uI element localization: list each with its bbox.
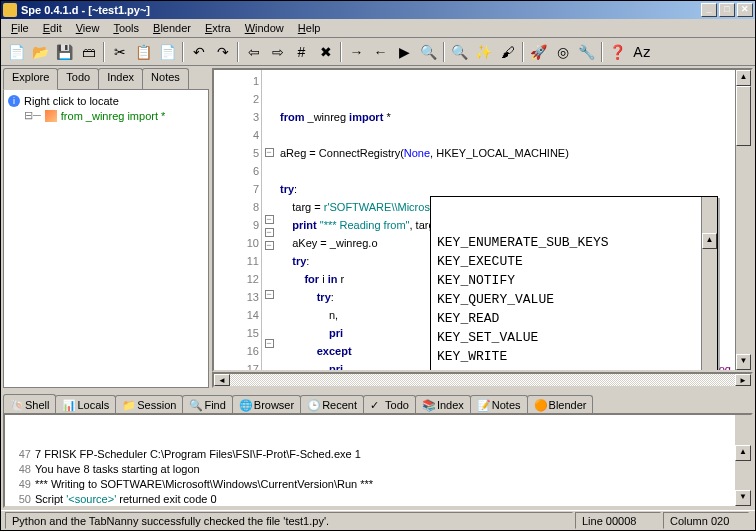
toolbar-run-button[interactable]: ▶ [393,41,416,63]
toolbar-save-button[interactable]: 💾 [53,41,76,63]
explore-panel[interactable]: i Right click to locate ⊟─ from _winreg … [3,89,209,388]
toolbar-brush-button[interactable]: 🖌 [496,41,519,63]
autocomplete-item[interactable]: KEY_ENUMERATE_SUB_KEYS [431,233,717,252]
autocomplete-scrollbar[interactable]: ▲ ▼ [701,197,717,370]
tree-child[interactable]: ⊟─ from _winreg import * [8,108,204,123]
editor-hscrollbar[interactable]: ◄ ► [212,372,753,388]
autocomplete-item[interactable]: KEY_EXECUTE [431,252,717,271]
menu-help[interactable]: Help [292,20,327,36]
status-message: Python and the TabNanny successfully che… [5,512,573,529]
scroll-down-icon[interactable]: ▼ [735,490,751,506]
line-gutter: 123456789101112131415161718 [214,70,262,370]
index-icon: 📚 [422,399,434,411]
menu-tools[interactable]: Tools [107,20,145,36]
toolbar-open-button[interactable]: 📂 [29,41,52,63]
bottom-tab-blender[interactable]: 🟠Blender [527,395,594,413]
maximize-button[interactable]: □ [719,3,735,17]
toolbar-undo-button[interactable]: ↶ [187,41,210,63]
autocomplete-item[interactable]: LoadKey [431,366,717,370]
bottom-tab-notes[interactable]: 📝Notes [470,395,528,413]
menu-extra[interactable]: Extra [199,20,237,36]
sidebar-tab-todo[interactable]: Todo [57,68,99,89]
menu-window[interactable]: Window [239,20,290,36]
toolbar-az-button[interactable]: Aᴢ [630,41,653,63]
toolbar-redo-button[interactable]: ↷ [211,41,234,63]
code-line[interactable]: aReg = ConnectRegistry(None, HKEY_LOCAL_… [280,144,751,162]
output-line: 477 FRISK FP-Scheduler C:\Program Files\… [9,447,747,462]
autocomplete-item[interactable]: KEY_WRITE [431,347,717,366]
scroll-right-icon[interactable]: ► [735,374,751,386]
output-line: 48You have 8 tasks starting at logon [9,462,747,477]
bottom-tabs: 🐚Shell📊Locals📁Session🔍Find🌐Browser🕒Recen… [3,390,753,413]
scroll-up-icon[interactable]: ▲ [702,233,717,249]
menu-blender[interactable]: Blender [147,20,197,36]
tree-child-label: from _winreg import * [61,110,166,122]
sidebar-tab-notes[interactable]: Notes [142,68,189,89]
sidebar-tab-explore[interactable]: Explore [3,68,58,90]
autocomplete-popup[interactable]: KEY_ENUMERATE_SUB_KEYSKEY_EXECUTEKEY_NOT… [430,196,718,370]
scroll-up-icon[interactable]: ▲ [735,445,751,461]
code-line[interactable] [280,162,751,180]
scroll-thumb[interactable] [736,86,751,146]
close-button[interactable]: ✕ [737,3,753,17]
recent-icon: 🕒 [307,399,319,411]
toolbar-rocket-button[interactable]: 🚀 [527,41,550,63]
scroll-down-icon[interactable]: ▼ [736,354,751,370]
minimize-button[interactable]: _ [701,3,717,17]
sidebar-tab-index[interactable]: Index [98,68,143,89]
bottom-tab-session[interactable]: 📁Session [115,395,183,413]
toolbar-back-button[interactable]: ⇦ [242,41,265,63]
bottom-tab-locals[interactable]: 📊Locals [55,395,116,413]
toolbar-copy-button[interactable]: 📋 [132,41,155,63]
autocomplete-item[interactable]: KEY_SET_VALUE [431,328,717,347]
toolbar-saveall-button[interactable]: 🗃 [77,41,100,63]
toolbar-hash-button[interactable]: # [290,41,313,63]
bottom-tab-shell[interactable]: 🐚Shell [3,394,56,413]
menu-file[interactable]: File [5,20,35,36]
bottom-tab-todo[interactable]: ✓Todo [363,395,416,413]
menu-edit[interactable]: Edit [37,20,68,36]
toolbar-paste-button[interactable]: 📄 [156,41,179,63]
autocomplete-item[interactable]: KEY_QUERY_VALUE [431,290,717,309]
toolbar-search-button[interactable]: 🔍 [448,41,471,63]
toolbar-target-button[interactable]: ◎ [551,41,574,63]
tree-root-label: Right click to locate [24,95,119,107]
bottom-tab-index[interactable]: 📚Index [415,395,471,413]
bottom-tab-recent[interactable]: 🕒Recent [300,395,364,413]
browser-icon: 🌐 [239,399,251,411]
scroll-up-icon[interactable]: ▲ [736,70,751,86]
code-line[interactable]: from _winreg import * [280,108,751,126]
shell-icon: 🐚 [10,399,22,411]
bottom-tab-browser[interactable]: 🌐Browser [232,395,301,413]
toolbar-wrench-button[interactable]: 🔧 [575,41,598,63]
scroll-track[interactable] [230,374,735,386]
toolbar-help-button[interactable]: ❓ [606,41,629,63]
code-editor[interactable]: 123456789101112131415161718 − −−− − − fr… [212,68,753,372]
toolbar-new-button[interactable]: 📄 [5,41,28,63]
toolbar: 📄📂💾🗃✂📋📄↶↷⇦⇨#✖→←▶🔍🔍✨🖌🚀◎🔧❓Aᴢ [1,38,755,66]
toolbar-indent-button[interactable]: → [345,41,368,63]
window-title: Spe 0.4.1.d - [~test1.py~] [21,4,701,16]
toolbar-fwd-button[interactable]: ⇨ [266,41,289,63]
scroll-left-icon[interactable]: ◄ [214,374,230,386]
menu-view[interactable]: View [70,20,106,36]
code-line[interactable] [280,126,751,144]
toolbar-separator [237,42,239,62]
toolbar-wand-button[interactable]: ✨ [472,41,495,63]
find-icon: 🔍 [189,399,201,411]
toolbar-separator [601,42,603,62]
bottom-tab-find[interactable]: 🔍Find [182,395,232,413]
output-line: 50Script '<source>' returned exit code 0 [9,492,747,507]
toolbar-cut-button[interactable]: ✂ [108,41,131,63]
toolbar-nokey-button[interactable]: ✖ [314,41,337,63]
toolbar-separator [103,42,105,62]
fold-column[interactable]: − −−− − − [262,70,276,370]
autocomplete-item[interactable]: KEY_READ [431,309,717,328]
tree-root[interactable]: i Right click to locate [8,94,204,108]
autocomplete-item[interactable]: KEY_NOTIFY [431,271,717,290]
toolbar-dedent-button[interactable]: ← [369,41,392,63]
output-vscrollbar[interactable]: ▲ ▼ [735,415,751,506]
shell-output[interactable]: 477 FRISK FP-Scheduler C:\Program Files\… [3,413,753,508]
toolbar-debug-button[interactable]: 🔍 [417,41,440,63]
code-content[interactable]: from _winreg import * aReg = ConnectRegi… [276,70,751,370]
